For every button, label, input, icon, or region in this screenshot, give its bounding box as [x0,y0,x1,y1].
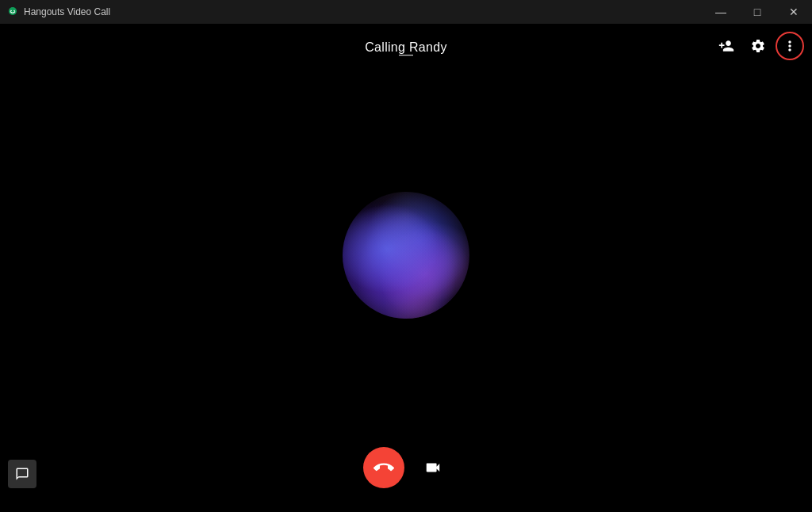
chat-button[interactable] [8,460,36,488]
add-person-button[interactable] [712,32,741,60]
svg-point-1 [10,10,12,12]
titlebar-controls: — □ ✕ [703,0,812,24]
more-vert-icon [782,38,798,54]
minimize-button[interactable]: — [703,0,739,24]
settings-button[interactable] [744,32,772,60]
end-call-icon [373,457,394,478]
svg-point-2 [13,10,15,12]
close-button[interactable]: ✕ [776,0,812,24]
wave-indicator: — [399,46,413,63]
top-controls [712,32,804,60]
avatar [343,192,469,319]
video-toggle-button[interactable] [417,452,449,483]
titlebar: Hangouts Video Call — □ ✕ [0,0,812,24]
more-options-button[interactable] [776,32,804,60]
avatar-image [343,192,469,319]
hangouts-logo-icon [6,6,19,18]
video-camera-icon [424,459,442,476]
bottom-controls [363,447,449,488]
video-header: — Calling Randy [0,24,812,71]
add-person-icon [718,38,734,54]
titlebar-title: Hangouts Video Call [24,6,110,17]
svg-point-0 [9,7,17,15]
gear-icon [750,38,766,54]
avatar-container [343,192,469,319]
titlebar-left: Hangouts Video Call [0,6,110,18]
chat-icon [15,467,29,481]
maximize-button[interactable]: □ [739,0,776,24]
video-area: — Calling Randy [0,24,812,512]
end-call-button[interactable] [363,447,404,488]
